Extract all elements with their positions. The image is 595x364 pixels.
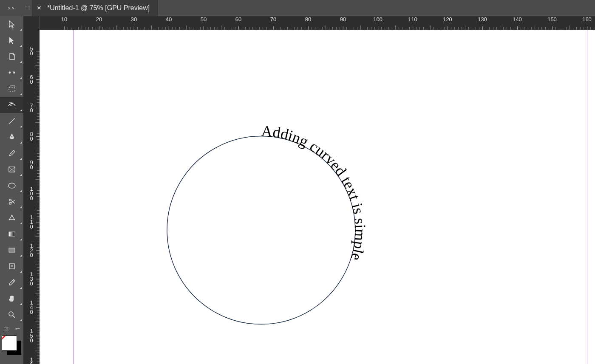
page-tool[interactable]	[0, 48, 23, 65]
pen-tool[interactable]	[0, 129, 23, 145]
panel-grip-icon[interactable]	[23, 0, 32, 16]
document-tab-bar: >> × *Untitled-1 @ 75% [GPU Preview]	[0, 0, 595, 16]
svg-point-9	[9, 203, 11, 205]
eyedropper-tool[interactable]	[0, 274, 23, 291]
fill-stroke-swatch[interactable]	[0, 334, 23, 358]
hand-tool[interactable]	[0, 291, 23, 307]
scissors-tool[interactable]	[0, 194, 23, 210]
v-ruler-tick: 50	[23, 46, 40, 56]
v-ruler-tick: 80	[23, 132, 40, 141]
note-tool[interactable]	[0, 258, 23, 274]
type-on-path-tool[interactable]: T	[0, 97, 23, 113]
svg-point-8	[9, 199, 11, 201]
svg-line-2	[9, 118, 15, 124]
svg-point-12	[11, 215, 12, 216]
selection-tool[interactable]	[0, 16, 23, 32]
h-ruler-tick: 60	[235, 16, 241, 30]
ruler-origin-corner[interactable]	[23, 16, 40, 30]
tools-panel: T◲⤺	[0, 16, 23, 364]
v-ruler-tick: 130	[23, 272, 40, 286]
fill-swatch[interactable]	[2, 336, 17, 351]
horizontal-ruler[interactable]: 1020304050607080901001101201301401501601…	[23, 16, 595, 30]
h-ruler-tick: 20	[96, 16, 102, 30]
v-ruler-tick: 60	[23, 75, 40, 84]
v-ruler-tick: 70	[23, 103, 40, 113]
line-tool[interactable]	[0, 113, 23, 129]
h-ruler-tick: 10	[61, 16, 67, 30]
document-tab-title: *Untitled-1 @ 75% [GPU Preview]	[47, 4, 150, 12]
v-ruler-tick: 140	[23, 300, 40, 314]
h-ruler-tick: 80	[305, 16, 311, 30]
artwork-layer: Adding curved text is simple	[40, 30, 595, 364]
svg-line-20	[13, 316, 15, 318]
h-ruler-tick: 50	[201, 16, 207, 30]
v-ruler-tick: 110	[23, 215, 40, 229]
svg-rect-0	[9, 87, 15, 91]
document-tab[interactable]: × *Untitled-1 @ 75% [GPU Preview]	[32, 0, 158, 16]
rectangle-frame-tool[interactable]	[0, 161, 23, 178]
v-ruler-tick: 120	[23, 243, 40, 257]
v-ruler-tick: 150	[23, 329, 40, 343]
svg-rect-16	[9, 264, 14, 269]
h-ruler-tick: 90	[340, 16, 346, 30]
close-tab-button[interactable]: ×	[37, 4, 41, 11]
svg-point-3	[11, 136, 12, 138]
svg-point-11	[14, 219, 15, 220]
ellipse-tool[interactable]	[0, 178, 23, 194]
content-collector-tool[interactable]	[0, 81, 23, 97]
chevrons-right-icon: >>	[8, 6, 16, 11]
zoom-tool[interactable]	[0, 307, 23, 323]
default-fill-stroke-icon[interactable]: ◲	[3, 325, 8, 332]
svg-rect-13	[9, 232, 15, 236]
svg-point-19	[9, 312, 13, 316]
gap-tool[interactable]	[0, 65, 23, 81]
svg-text:T: T	[9, 101, 13, 107]
pencil-tool[interactable]	[0, 145, 23, 161]
gradient-feather-tool[interactable]	[0, 242, 23, 258]
document-canvas[interactable]: Adding curved text is simple	[40, 30, 595, 364]
expand-panels-button[interactable]: >>	[0, 0, 23, 16]
swap-fill-stroke-icon[interactable]: ⤺	[15, 325, 20, 332]
h-ruler-tick: 30	[131, 16, 137, 30]
v-ruler-tick: 160	[23, 357, 40, 364]
vertical-ruler[interactable]: 5060708090100110120130140150160	[23, 30, 40, 364]
gradient-swatch-tool[interactable]	[0, 226, 23, 242]
v-ruler-tick: 90	[23, 160, 40, 169]
svg-point-7	[8, 183, 15, 188]
h-ruler-tick: 70	[270, 16, 276, 30]
v-ruler-tick: 100	[23, 186, 40, 200]
free-transform-tool[interactable]	[0, 210, 23, 226]
svg-point-10	[8, 219, 10, 220]
svg-rect-14	[9, 248, 15, 252]
direct-selection-tool[interactable]	[0, 32, 23, 48]
type-on-path-text[interactable]: Adding curved text is simple	[261, 122, 369, 262]
h-ruler-tick: 40	[166, 16, 172, 30]
